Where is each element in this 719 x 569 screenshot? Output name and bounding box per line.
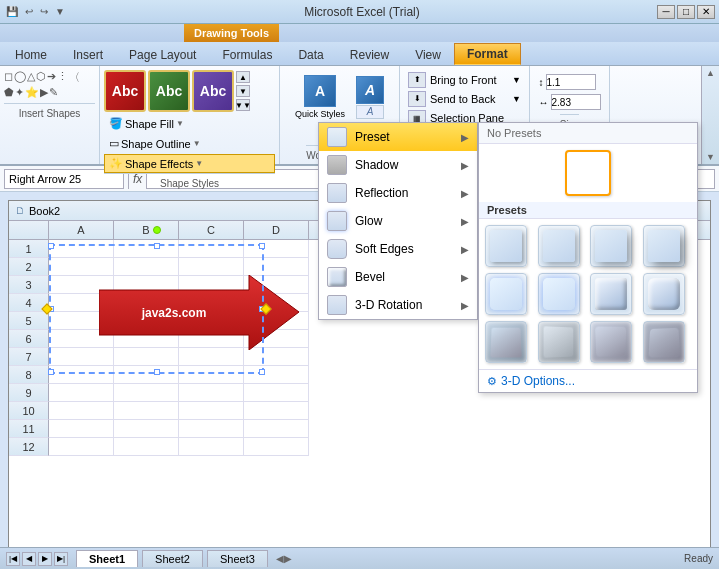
undo-button[interactable]: ↩	[23, 5, 35, 18]
cell-1-2[interactable]	[179, 240, 244, 258]
shape-fill-dropdown[interactable]: ▼	[176, 119, 184, 128]
cell-11-3[interactable]	[244, 420, 309, 438]
preset-11[interactable]	[590, 321, 632, 363]
tab-formulas[interactable]: Formulas	[209, 43, 285, 65]
minimize-button[interactable]: ─	[657, 5, 675, 19]
cell-12-0[interactable]	[49, 438, 114, 456]
sheet-prev-button[interactable]: ◀	[22, 552, 36, 566]
tab-home[interactable]: Home	[2, 43, 60, 65]
preset-1[interactable]	[485, 225, 527, 267]
cell-1-3[interactable]	[244, 240, 309, 258]
preset-8[interactable]	[643, 273, 685, 315]
menu-item-soft-edges[interactable]: Soft Edges ▶	[319, 235, 477, 263]
cell-2-0[interactable]	[49, 258, 114, 276]
redo-button[interactable]: ↪	[38, 5, 50, 18]
sheet-next-button[interactable]: ▶	[38, 552, 52, 566]
height-input[interactable]	[546, 74, 596, 90]
preset-12[interactable]	[643, 321, 685, 363]
cell-2-3[interactable]	[244, 258, 309, 276]
preset-10[interactable]	[538, 321, 580, 363]
cell-7-2[interactable]	[179, 348, 244, 366]
send-to-back-dropdown[interactable]: ▼	[512, 94, 521, 104]
tab-data[interactable]: Data	[285, 43, 336, 65]
menu-item-glow[interactable]: Glow ▶	[319, 207, 477, 235]
cell-7-3[interactable]	[244, 348, 309, 366]
cell-1-1[interactable]	[114, 240, 179, 258]
shape-fill-button[interactable]: 🪣 Shape Fill ▼	[104, 114, 275, 133]
bring-to-front-dropdown[interactable]: ▼	[512, 75, 521, 85]
cell-8-3[interactable]	[244, 366, 309, 384]
cell-2-2[interactable]	[179, 258, 244, 276]
shape-effects-dropdown[interactable]: ▼	[195, 159, 203, 168]
cell-9-3[interactable]	[244, 384, 309, 402]
cell-12-1[interactable]	[114, 438, 179, 456]
preset-9[interactable]	[485, 321, 527, 363]
styles-scroll-down[interactable]: ▼	[236, 85, 250, 97]
ribbon-scroll-down[interactable]: ▼	[704, 150, 717, 164]
menu-item-bevel[interactable]: Bevel ▶	[319, 263, 477, 291]
preset-5[interactable]	[485, 273, 527, 315]
preset-6[interactable]	[538, 273, 580, 315]
cell-10-3[interactable]	[244, 402, 309, 420]
sheet-first-button[interactable]: |◀	[6, 552, 20, 566]
drawing-tools-bar: Drawing Tools	[0, 24, 719, 42]
cell-9-0[interactable]	[49, 384, 114, 402]
cell-11-1[interactable]	[114, 420, 179, 438]
preset-item-none[interactable]	[565, 150, 611, 196]
cell-7-1[interactable]	[114, 348, 179, 366]
cell-8-0[interactable]	[49, 366, 114, 384]
tab-format[interactable]: Format	[454, 43, 521, 65]
arrow-shape[interactable]: java2s.com	[99, 275, 299, 350]
width-input[interactable]	[551, 94, 601, 110]
tab-insert[interactable]: Insert	[60, 43, 116, 65]
style-swatch-green[interactable]: Abc	[148, 70, 190, 112]
tab-view[interactable]: View	[402, 43, 454, 65]
tab-page-layout[interactable]: Page Layout	[116, 43, 209, 65]
sheet-tab-2[interactable]: Sheet2	[142, 550, 203, 567]
cell-8-2[interactable]	[179, 366, 244, 384]
ribbon-scroll-up[interactable]: ▲	[704, 66, 717, 80]
maximize-button[interactable]: □	[677, 5, 695, 19]
cell-12-2[interactable]	[179, 438, 244, 456]
preset-3[interactable]	[590, 225, 632, 267]
menu-item-rotation[interactable]: 3-D Rotation ▶	[319, 291, 477, 319]
style-swatch-red[interactable]: Abc	[104, 70, 146, 112]
customize-button[interactable]: ▼	[53, 5, 67, 18]
quick-styles-button[interactable]: A Quick Styles	[288, 72, 352, 122]
menu-item-preset[interactable]: Preset ▶	[319, 123, 477, 151]
shape-outline-button[interactable]: ▭ Shape Outline ▼	[104, 134, 275, 153]
preset-4[interactable]	[643, 225, 685, 267]
cell-8-1[interactable]	[114, 366, 179, 384]
cell-9-2[interactable]	[179, 384, 244, 402]
shape-outline-dropdown[interactable]: ▼	[193, 139, 201, 148]
three-d-options-link[interactable]: ⚙ 3-D Options...	[479, 369, 697, 392]
send-to-back-row[interactable]: ⬇ Send to Back ▼	[406, 89, 523, 108]
cell-7-0[interactable]	[49, 348, 114, 366]
preset-7[interactable]	[590, 273, 632, 315]
menu-item-shadow[interactable]: Shadow ▶	[319, 151, 477, 179]
styles-more[interactable]: ▼▼	[236, 99, 250, 111]
cell-9-1[interactable]	[114, 384, 179, 402]
cell-2-1[interactable]	[114, 258, 179, 276]
close-button[interactable]: ✕	[697, 5, 715, 19]
sheet-tab-1[interactable]: Sheet1	[76, 550, 138, 567]
style-swatch-purple[interactable]: Abc	[192, 70, 234, 112]
cell-11-0[interactable]	[49, 420, 114, 438]
menu-item-reflection[interactable]: Reflection ▶	[319, 179, 477, 207]
add-sheet-button[interactable]: ◀▶	[276, 553, 292, 564]
cell-1-0[interactable]	[49, 240, 114, 258]
cell-10-1[interactable]	[114, 402, 179, 420]
cell-11-2[interactable]	[179, 420, 244, 438]
styles-scroll-up[interactable]: ▲	[236, 71, 250, 83]
cell-12-3[interactable]	[244, 438, 309, 456]
tab-review[interactable]: Review	[337, 43, 402, 65]
cell-10-0[interactable]	[49, 402, 114, 420]
bring-to-front-row[interactable]: ⬆ Bring to Front ▼	[406, 70, 523, 89]
sheet-last-button[interactable]: ▶|	[54, 552, 68, 566]
preset-2[interactable]	[538, 225, 580, 267]
save-button[interactable]: 💾	[4, 5, 20, 18]
cell-10-2[interactable]	[179, 402, 244, 420]
sheet-tab-3[interactable]: Sheet3	[207, 550, 268, 567]
shape-effects-button[interactable]: ✨ Shape Effects ▼	[104, 154, 275, 173]
width-label: ↔	[539, 97, 549, 108]
